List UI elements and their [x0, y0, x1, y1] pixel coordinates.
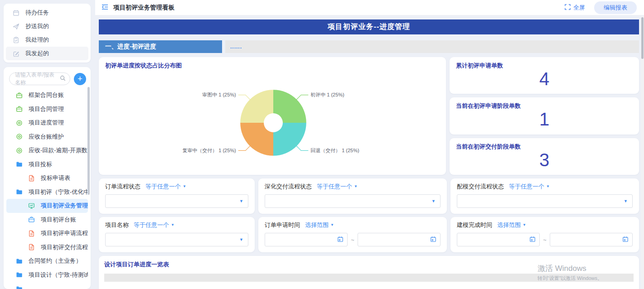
stat-card-0: 累计初评申请单数4 — [450, 57, 639, 94]
pie-leader-line — [296, 146, 309, 151]
range-separator: ~ — [543, 236, 547, 243]
filter-label: 项目名称 — [105, 221, 129, 229]
tab-progress[interactable]: 一、进度-初评进度 — [99, 40, 222, 53]
sidebar-item-label: 项目初评业务管理看板 — [41, 202, 88, 210]
folder-icon — [15, 271, 23, 278]
filter-label: 深化交付流程状态 — [265, 183, 312, 191]
main-scrollbar[interactable] — [641, 16, 644, 289]
range-separator: ~ — [351, 236, 354, 243]
quick-menu-label: 抄送我的 — [25, 22, 49, 30]
filter-card-1: 深化交付流程状态等于任意一个▼▼ — [258, 178, 447, 214]
fullscreen-icon — [565, 4, 571, 11]
fullscreen-label: 全屏 — [573, 4, 585, 12]
sidebar-item-label: 项目初评台账 — [41, 216, 76, 224]
filter-select[interactable]: ▼ — [105, 194, 248, 208]
sidebar-item-12[interactable]: 合同签约（主业务） — [6, 254, 88, 268]
search-placeholder: 请输入表单/报表名称 — [15, 71, 60, 87]
sidebar-item-11[interactable]: 项目初评交付流程表单 — [6, 241, 88, 255]
sidebar-item-3[interactable]: 应收台账维护 — [6, 130, 88, 144]
collapse-sidebar-icon[interactable] — [101, 4, 109, 12]
sidebar-item-14[interactable]: …… — [6, 282, 88, 289]
quick-menu-card: 待办任务抄送我的我处理的我发起的 — [4, 4, 91, 63]
filter-label: 配模交付流程状态 — [457, 183, 504, 191]
sidebar-scrollbar-thumb[interactable] — [87, 87, 90, 195]
sidebar-item-label: 项目初评交付流程表单 — [41, 243, 88, 251]
calendar-icon — [529, 236, 536, 244]
top-grid: 初评单进度按状态占比分布图 初评中 1 (25%)回退（交付） 1 (25%)复… — [99, 57, 639, 175]
quick-menu-item-2[interactable]: 我处理的 — [6, 33, 88, 47]
stat-card-value: 1 — [456, 107, 633, 131]
sidebar-item-4[interactable]: 应收-回款-逾期-开票数据 — [6, 144, 88, 158]
pie-leader-line — [296, 95, 309, 100]
filter-select[interactable]: ▼ — [265, 194, 441, 208]
folder-icon — [15, 188, 23, 195]
date-end-input[interactable] — [358, 233, 441, 246]
quick-menu-item-0[interactable]: 待办任务 — [6, 6, 88, 19]
clipboard-check-icon — [12, 37, 19, 43]
filter-operator-text: 等于任意一个 — [145, 183, 181, 191]
fullscreen-button[interactable]: 全屏 — [565, 4, 585, 12]
filter-operator-link[interactable]: 等于任意一个▼ — [145, 183, 186, 191]
send-icon — [12, 23, 19, 30]
stat-card-value: 3 — [456, 148, 633, 172]
pie-leader-line — [238, 146, 251, 151]
sidebar-item-6[interactable]: 投标申请表 — [6, 171, 88, 185]
sidebar-item-label: 项目设计（宁致-待测试） — [29, 271, 88, 279]
sidebar-item-1[interactable]: 项目合同管理 — [6, 102, 88, 116]
calendar-icon — [430, 236, 436, 244]
sidebar-item-8[interactable]: 项目初评业务管理看板 — [6, 199, 88, 213]
edit-report-button[interactable]: 编辑报表 — [594, 1, 637, 14]
sidebar-item-0[interactable]: 框架合同台账 — [6, 88, 88, 102]
date-start-input[interactable] — [457, 233, 540, 246]
search-input[interactable]: 请输入表单/报表名称 — [9, 72, 70, 85]
filter-daterange: ~ — [265, 233, 441, 246]
target-icon — [15, 133, 23, 140]
sidebar-item-label: 项目投标 — [29, 160, 52, 169]
pie-label: 审图中 1 (25%) — [202, 92, 236, 97]
quick-menu-label: 我发起的 — [25, 49, 49, 58]
add-form-button[interactable]: + — [74, 73, 86, 85]
filter-operator-link[interactable]: 等于任意一个▼ — [509, 183, 550, 191]
filter-operator-link[interactable]: 选择范围▼ — [305, 221, 334, 229]
donut-chart-svg: 初评中 1 (25%)回退（交付） 1 (25%)复审中（交付） 1 (25%)… — [105, 69, 440, 174]
dashboard-content: 项目初评业务--进度管理 一、进度-初评进度 ...... 初评单进度按状态占比… — [95, 15, 644, 289]
filter-operator-link[interactable]: 选择范围▼ — [497, 221, 526, 229]
filter-daterange: ~ — [457, 233, 633, 246]
sidebar-item-label: 项目初评（宁致-优化中） — [29, 188, 88, 196]
chevron-down-icon: ▼ — [239, 238, 243, 242]
date-start-input[interactable] — [265, 233, 348, 246]
sidebar-item-13[interactable]: 项目设计（宁致-待测试） — [6, 268, 88, 282]
search-icon — [60, 75, 66, 82]
dashboard-banner-title: 项目初评业务--进度管理 — [99, 19, 639, 34]
filter-card-0: 订单流程状态等于任意一个▼▼ — [99, 178, 255, 214]
sidebar-item-7[interactable]: 项目初评（宁致-优化中） — [6, 185, 88, 199]
pie-label: 复审中（交付） 1 (25%) — [182, 148, 236, 153]
sidebar-item-5[interactable]: 项目投标 — [6, 158, 88, 172]
search-row: 请输入表单/报表名称 + — [4, 72, 91, 85]
folder-icon — [15, 258, 23, 265]
briefcase-icon — [15, 106, 23, 112]
sidebar-item-2[interactable]: 项目进度管理 — [6, 116, 88, 130]
filter-select[interactable]: ▼ — [457, 194, 633, 208]
filter-card-4: 订单申请时间选择范围▼~ — [258, 217, 447, 252]
stat-card-value: 4 — [456, 67, 633, 91]
sidebar-item-label: 投标申请表 — [41, 174, 70, 182]
app-root: 待办任务抄送我的我处理的我发起的 请输入表单/报表名称 + 框架合同台账项目合同… — [0, 0, 644, 289]
filter-operator-link[interactable]: 等于任意一个▼ — [134, 221, 174, 229]
filter-operator-link[interactable]: 等于任意一个▼ — [317, 183, 358, 191]
main-scrollbar-thumb[interactable] — [641, 17, 644, 59]
sidebar-item-label: 合同签约（主业务） — [29, 257, 82, 265]
filter-operator-text: 等于任意一个 — [317, 183, 352, 191]
date-end-input[interactable] — [550, 233, 633, 246]
stat-cards-column: 累计初评申请单数4当前在初评申请阶段单数1当前在初评交付阶段单数3 — [450, 57, 639, 175]
sidebar-item-9[interactable]: 项目初评台账 — [6, 213, 88, 227]
quick-menu-item-1[interactable]: 抄送我的 — [6, 19, 88, 33]
sidebar-item-10[interactable]: 项目初评申请流程表单 — [6, 226, 88, 241]
stat-card-2: 当前在初评交付阶段单数3 — [450, 138, 639, 175]
pie-chart-card: 初评单进度按状态占比分布图 初评中 1 (25%)回退（交付） 1 (25%)复… — [99, 57, 446, 175]
dashboard-icon — [28, 202, 35, 209]
filter-select[interactable]: ▼ — [105, 233, 248, 246]
tab-more[interactable]: ...... — [225, 40, 639, 53]
filter-operator-text: 选择范围 — [305, 221, 329, 229]
quick-menu-item-3[interactable]: 我发起的 — [6, 47, 88, 60]
